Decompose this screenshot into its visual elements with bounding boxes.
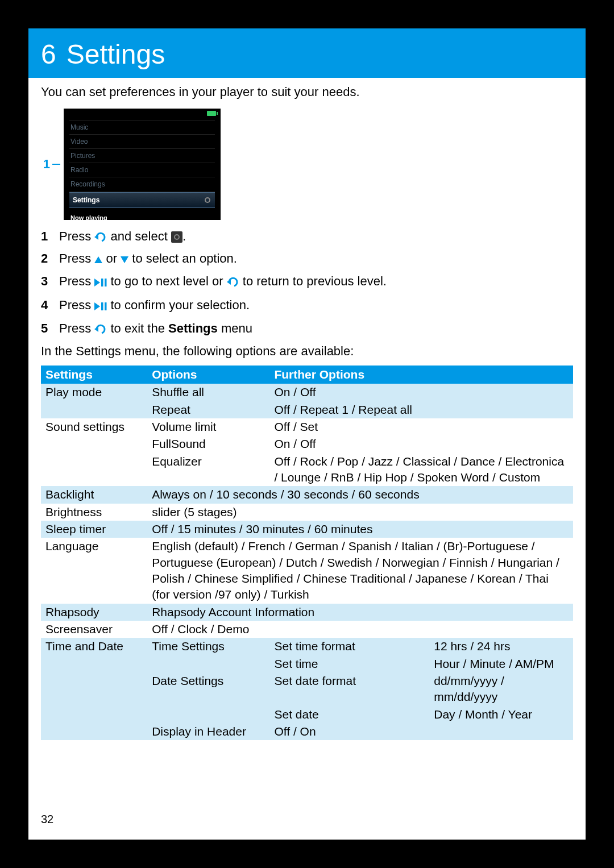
step-3: Press to go to next level or to return t… (41, 273, 573, 291)
menu-item-now-playing: Now playing (69, 208, 215, 225)
table-row: RhapsodyRhapsody Account Information (41, 604, 573, 621)
table-row: Set timeHour / Minute / AM/PM (41, 655, 573, 672)
menu-item: Pictures (69, 149, 215, 163)
table-row: Sound settingsVolume limitOff / Set (41, 418, 573, 435)
chapter-title: Settings (67, 39, 165, 69)
table-row: Display in HeaderOff / On (41, 723, 573, 740)
battery-icon (207, 111, 216, 116)
svg-rect-0 (101, 279, 103, 286)
step-4: Press to confirm your selection. (41, 297, 573, 315)
back-icon (94, 322, 107, 332)
menu-item: Video (69, 135, 215, 149)
table-row: BacklightAlways on / 10 seconds / 30 sec… (41, 486, 573, 503)
menu-item-selected: Settings (69, 192, 215, 208)
device-screenshot-block: 1 Music Video Pictures Radio Recordings … (41, 109, 573, 220)
down-icon (121, 256, 128, 263)
page-number: 32 (41, 813, 53, 826)
table-row: ScreensaverOff / Clock / Demo (41, 621, 573, 638)
chapter-banner: 6Settings (28, 28, 586, 78)
menu-item: Radio (69, 163, 215, 177)
callout-marker: 1 (41, 109, 64, 220)
menu-item-label: Settings (73, 196, 99, 205)
table-row: Brightnessslider (5 stages) (41, 504, 573, 521)
outro-text: In the Settings menu, the following opti… (41, 343, 573, 360)
back-icon (94, 230, 107, 240)
table-row: LanguageEnglish (default) / French / Ger… (41, 538, 573, 603)
back-icon (227, 275, 239, 285)
callout-number: 1 (43, 156, 50, 173)
step-2: Press or to select an option. (41, 250, 573, 267)
up-icon (94, 256, 102, 263)
svg-rect-2 (101, 302, 103, 310)
menu-item: Recordings (69, 177, 215, 192)
play-pause-icon (94, 274, 107, 291)
chapter-number: 6 (41, 39, 56, 69)
table-row: Play modeShuffle allOn / Off (41, 384, 573, 401)
col-settings: Settings (41, 366, 147, 384)
steps-list: Press and select . Press or to select an… (41, 228, 573, 337)
gear-icon (204, 196, 211, 204)
col-further: Further Options (269, 366, 573, 384)
play-pause-icon (94, 298, 107, 315)
table-row: Sleep timerOff / 15 minutes / 30 minutes… (41, 521, 573, 538)
table-header-row: Settings Options Further Options (41, 366, 573, 384)
table-row: FullSoundOn / Off (41, 435, 573, 452)
step-1: Press and select . (41, 228, 573, 245)
table-row: RepeatOff / Repeat 1 / Repeat all (41, 401, 573, 418)
table-row: Time and DateTime SettingsSet time forma… (41, 638, 573, 655)
table-row: Date SettingsSet date formatdd/mm/yyyy /… (41, 672, 573, 706)
settings-options-table: Settings Options Further Options Play mo… (41, 366, 573, 741)
gear-icon (171, 231, 182, 243)
table-row: Set dateDay / Month / Year (41, 706, 573, 723)
step-5: Press to exit the Settings menu (41, 320, 573, 337)
menu-item: Music (69, 120, 215, 135)
callout-dash (52, 164, 60, 165)
col-options: Options (147, 366, 269, 384)
table-row: EqualizerOff / Rock / Pop / Jazz / Class… (41, 453, 573, 487)
intro-text: You can set preferences in your player t… (41, 84, 573, 101)
device-screen: Music Video Pictures Radio Recordings Se… (64, 109, 221, 220)
